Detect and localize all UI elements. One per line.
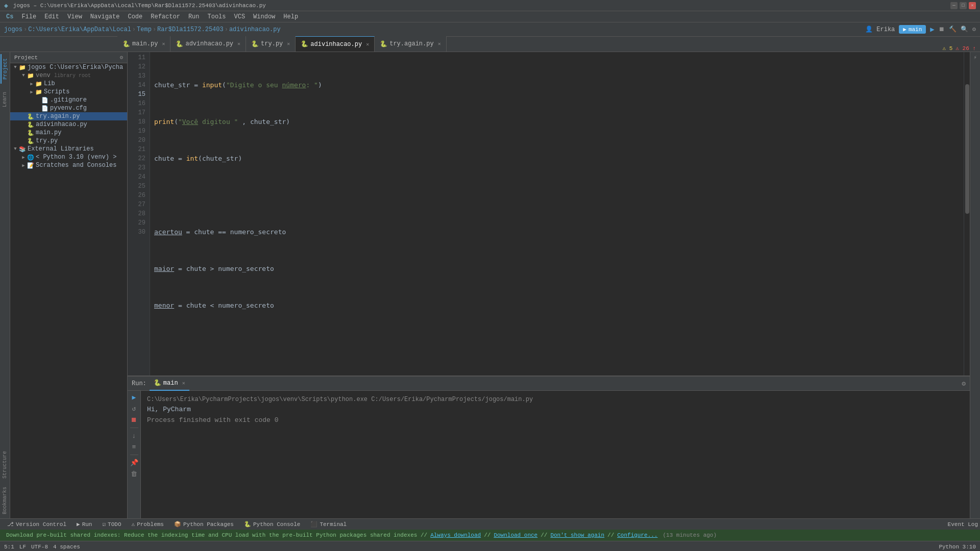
tab-try-again-py[interactable]: 🐍 try.again.py ✕ [375,36,446,52]
tree-item-scratches[interactable]: ▶ 📝 Scratches and Consoles [10,161,127,169]
tree-item-adivinhacao[interactable]: 🐍 adivinhacao.py [10,120,127,129]
run-toolbar-divider2 [130,455,138,455]
tree-item-gitignore[interactable]: 📄 .gitignore [10,96,127,104]
tree-item-external-libs[interactable]: ▼ 📚 External Libraries [10,145,127,153]
menu-navigate[interactable]: Navigate [86,12,124,21]
menu-view[interactable]: View [63,12,86,21]
event-log-button[interactable]: Event Log [948,521,978,528]
user-icon[interactable]: 👤 Erika [865,26,895,33]
project-settings-icon[interactable]: ⚙ [119,54,123,61]
tab-try-again-py-close[interactable]: ✕ [438,41,441,47]
tab-vc-label: Version Control [16,521,66,528]
stop-button[interactable]: ⏹ [939,26,945,33]
line-num-14: 14 [132,81,145,90]
run-pin-icon[interactable]: 📌 [130,458,139,467]
tree-label-adivinhacao: adivinhacao.py [36,121,87,128]
tab-version-control[interactable]: ⎇ Version Control [2,519,71,530]
code-editor[interactable]: chute_str = input("Digite o seu número: … [150,52,964,375]
tree-item-lib[interactable]: ▶ 📁 Lib [10,80,127,88]
menu-vcs[interactable]: VCS [230,12,250,21]
menu-edit[interactable]: Edit [40,12,63,21]
status-spaces-label: 4 spaces [53,544,80,550]
download-once-link[interactable]: Download once [494,532,537,538]
tree-item-python[interactable]: ▶ 🌐 < Python 3.10 (venv) > [10,153,127,161]
status-line-col[interactable]: 5:1 [4,544,14,550]
menu-window[interactable]: Window [249,12,279,21]
run-settings-icon[interactable]: ⚙ [962,380,966,388]
tab-run[interactable]: ▶ Run [71,519,97,530]
line-num-30: 30 [132,228,145,237]
menu-refactor[interactable]: Refactor [146,12,184,21]
tab-python-console[interactable]: 🐍 Python Console [239,519,305,530]
nav-jogos[interactable]: jogos [4,26,22,33]
status-spaces[interactable]: 4 spaces [53,544,80,550]
run-tab-main[interactable]: 🐍 main ✕ [150,377,189,391]
search-button[interactable]: 🔍 [961,26,968,33]
tab-run-icon: ▶ [77,521,80,528]
tree-item-jogos[interactable]: ▼ 📁 jogos C:\Users\Erika\Pycha [10,63,127,71]
tab-adivinhacao-py-close[interactable]: ✕ [366,41,369,47]
tab-main-py[interactable]: 🐍 main.py ✕ [117,36,170,52]
tab-terminal[interactable]: ⬛ Terminal [305,519,352,530]
project-panel-tab[interactable]: Project [1,54,9,84]
run-restart-icon[interactable]: ↺ [130,404,139,413]
menu-cs[interactable]: Cs [2,12,17,21]
bookmarks-panel-tab[interactable]: Bookmarks [1,483,9,518]
nav-temp[interactable]: Temp [137,26,152,33]
status-encoding[interactable]: UTF-8 [31,544,48,550]
configure-link[interactable]: Configure... [617,532,657,538]
menu-file[interactable]: File [17,12,40,21]
learn-panel-tab[interactable]: Learn [1,88,9,111]
tab-todo[interactable]: ☑ TODO [97,519,126,530]
tab-try-py[interactable]: 🐍 try.py ✕ [246,36,296,52]
status-python[interactable]: Python 3:10 [939,544,976,550]
menu-code[interactable]: Code [124,12,146,21]
nav-users[interactable]: C:\Users\Erika\AppData\Local [28,26,131,33]
code-line-15: acertou = chute == numero_secreto [154,228,960,237]
close-button[interactable]: ✕ [969,2,976,9]
always-download-link[interactable]: Always download [430,532,481,538]
maximize-button[interactable]: □ [960,2,967,9]
tree-item-try[interactable]: 🐍 try.py [10,137,127,145]
structure-panel-tab[interactable]: Structure [1,447,9,483]
titlebar: ◆ jogos – C:\Users\Erika\AppData\Local\T… [0,0,980,11]
tree-item-scripts[interactable]: ▶ 📁 Scripts [10,88,127,96]
tab-advinhacao-py-close[interactable]: ✕ [237,41,240,47]
run-config-button[interactable]: ▶ main [899,25,926,34]
tab-python-packages[interactable]: 📦 Python Packages [169,519,239,530]
minimize-button[interactable]: — [950,2,958,9]
tab-term-icon: ⬛ [310,521,317,528]
run-label: Run: [132,380,146,387]
build-button[interactable]: 🔨 [949,26,957,33]
run-stop-icon[interactable]: ⏹ [130,415,139,424]
line-num-23: 23 [132,163,145,172]
tree-item-pyvenv[interactable]: 📄 pyvenv.cfg [10,104,127,112]
tree-item-try-again[interactable]: 🐍 try.again.py [10,112,127,120]
tab-try-py-close[interactable]: ✕ [287,41,290,47]
right-icon-1[interactable]: ⚡ [973,54,977,61]
scroll-thumb[interactable] [965,84,969,214]
run-tab-close[interactable]: ✕ [182,380,185,386]
tab-try-again-py-label: try.again.py [389,40,433,47]
tree-item-main[interactable]: 🐍 main.py [10,129,127,137]
tree-item-venv[interactable]: ▼ 📁 venv library root [10,71,127,80]
run-play-icon[interactable]: ▶ [130,393,139,402]
play-button[interactable]: ▶ [930,25,934,34]
run-scroll-down-icon[interactable]: ↓ [130,431,139,440]
menu-tools[interactable]: Tools [203,12,230,21]
editor-scrollbar[interactable] [964,52,970,375]
tab-main-py-close[interactable]: ✕ [162,41,165,47]
settings-button[interactable]: ⚙ [972,26,976,33]
tab-adivinhacao-py[interactable]: 🐍 adivinhacao.py ✕ [296,36,375,52]
dont-show-again-link[interactable]: Don't show again [550,532,604,538]
nav-file[interactable]: adivinhacao.py [229,26,281,33]
nav-rar[interactable]: Rar$Dla11572.25403 [157,26,224,33]
navbar: jogos › C:\Users\Erika\AppData\Local › T… [0,22,980,37]
run-softrap-icon[interactable]: ≡ [130,442,139,452]
tab-advinhacao-py[interactable]: 🐍 advinhacao.py ✕ [170,36,246,52]
run-trash-icon[interactable]: 🗑 [130,469,139,479]
menu-run[interactable]: Run [184,12,204,21]
tab-problems[interactable]: ⚠ Problems [127,519,169,530]
status-line-sep[interactable]: LF [19,544,26,550]
menu-help[interactable]: Help [279,12,302,21]
